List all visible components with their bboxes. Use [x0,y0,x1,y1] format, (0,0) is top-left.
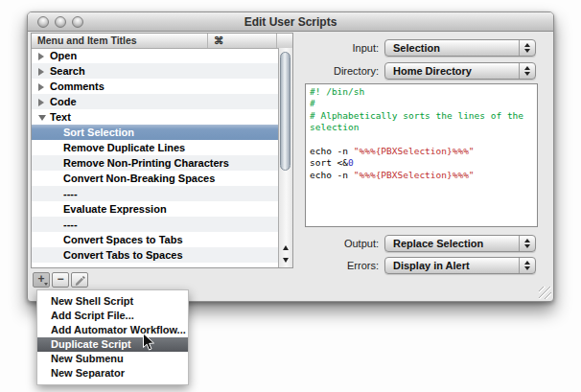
code-line: echo -n "%%%{PBXSelection}%%%" [310,146,533,157]
popup-stepper-icon [519,63,535,79]
errors-popup[interactable]: Display in Alert [384,257,536,274]
errors-label: Errors: [273,260,379,271]
code-line: selection [310,122,533,133]
script-editor[interactable]: #! /bin/sh## Alphabetically sorts the li… [305,83,538,227]
menu-item[interactable]: New Shell Script [37,294,188,309]
add-script-button[interactable]: + [33,272,50,288]
list-item[interactable]: Open [32,48,278,63]
disclosure-open-icon[interactable] [38,115,46,121]
output-popup[interactable]: Replace Selection [384,235,536,252]
menu-item[interactable]: New Separator [37,366,188,380]
list-item[interactable]: Convert Tabs to Spaces [32,247,278,263]
list-item-label: Convert Non-Breaking Spaces [63,171,215,186]
vertical-scrollbar[interactable] [278,48,292,267]
list-item[interactable]: Convert Spaces to Tabs [32,232,278,247]
list-item[interactable]: Comments [32,79,278,94]
list-item-label: Remove Non-Printing Characters [63,155,229,171]
list-item-label: Open [50,48,77,63]
edit-user-scripts-window: Edit User Scripts Menu and Item Titles ⌘… [27,12,554,302]
minus-icon: − [57,272,63,286]
add-script-context-menu: New Shell ScriptAdd Script File...Add Au… [36,289,189,385]
menu-item[interactable]: Add Automator Workflow... [37,323,188,337]
disclosure-closed-icon[interactable] [38,83,44,91]
column-header-titles[interactable]: Menu and Item Titles [32,34,208,48]
input-label: Input: [273,42,379,54]
directory-popup-value: Home Directory [393,65,472,77]
list-item[interactable]: ---- [32,186,278,201]
list-rows: OpenSearchCommentsCodeTextSort Selection… [32,48,278,267]
code-line: # [310,98,533,109]
code-line: echo -n "%%%{PBXSelection}%%%" [310,170,533,181]
title-bar[interactable]: Edit User Scripts [28,12,553,32]
output-label: Output: [273,238,379,249]
input-popup-value: Selection [393,42,440,54]
directory-popup[interactable]: Home Directory [384,62,536,80]
mouse-cursor-icon [142,333,155,352]
pencil-icon [74,274,85,286]
directory-label: Directory: [273,65,379,77]
popup-stepper-icon [519,236,535,251]
window-title: Edit User Scripts [28,15,553,29]
list-item-label: ---- [63,263,78,267]
remove-script-button[interactable]: − [52,272,69,288]
list-item-label: Evaluate Expression [63,201,167,217]
code-line: # Alphabetically sorts the lines of the [310,110,533,122]
code-line: sort <&0 [310,157,533,169]
list-item[interactable]: Remove Duplicate Lines [32,140,278,155]
chevron-down-icon [44,283,48,286]
code-line: #! /bin/sh [310,86,533,98]
list-item-label: Sort Selection [63,125,134,140]
menu-item[interactable]: Add Script File... [37,309,188,323]
list-item[interactable]: Remove Non-Printing Characters [32,155,278,171]
menu-item[interactable]: Duplicate Script [37,337,188,352]
disclosure-closed-icon[interactable] [38,53,44,60]
popup-stepper-icon [519,258,535,273]
list-item[interactable]: Evaluate Expression [32,201,278,217]
list-item[interactable]: ---- [32,263,278,267]
disclosure-closed-icon[interactable] [38,99,44,106]
input-popup[interactable]: Selection [384,39,536,57]
column-header-shortcut[interactable]: ⌘ [208,34,277,48]
list-item[interactable]: Sort Selection [32,125,278,140]
errors-popup-value: Display in Alert [393,260,470,271]
list-item-label: Text [50,109,71,125]
edit-script-button[interactable] [71,272,88,288]
list-item-label: Convert Spaces to Tabs [63,232,183,247]
list-item[interactable]: Text [32,109,278,125]
list-item-label: Remove Duplicate Lines [63,140,185,155]
code-line [310,134,533,146]
list-item-label: ---- [63,186,78,201]
list-header[interactable]: Menu and Item Titles ⌘ [32,34,292,49]
resize-grip[interactable] [539,287,551,299]
disclosure-closed-icon[interactable] [38,68,44,76]
list-item-label: Code [50,94,77,109]
menu-item[interactable]: New Submenu [37,352,188,366]
screen: Edit User Scripts Menu and Item Titles ⌘… [0,0,581,392]
list-item[interactable]: Search [32,63,278,79]
list-item-label: Search [50,63,85,79]
list-item-label: Comments [50,79,105,94]
output-popup-value: Replace Selection [393,238,483,249]
list-item[interactable]: Convert Non-Breaking Spaces [32,171,278,186]
script-list: Menu and Item Titles ⌘ OpenSearchComment… [31,33,293,268]
list-item-label: Convert Tabs to Spaces [63,247,183,263]
list-item[interactable]: ---- [32,217,278,232]
list-item-label: ---- [63,217,78,232]
list-item[interactable]: Code [32,94,278,109]
popup-stepper-icon [519,40,535,56]
